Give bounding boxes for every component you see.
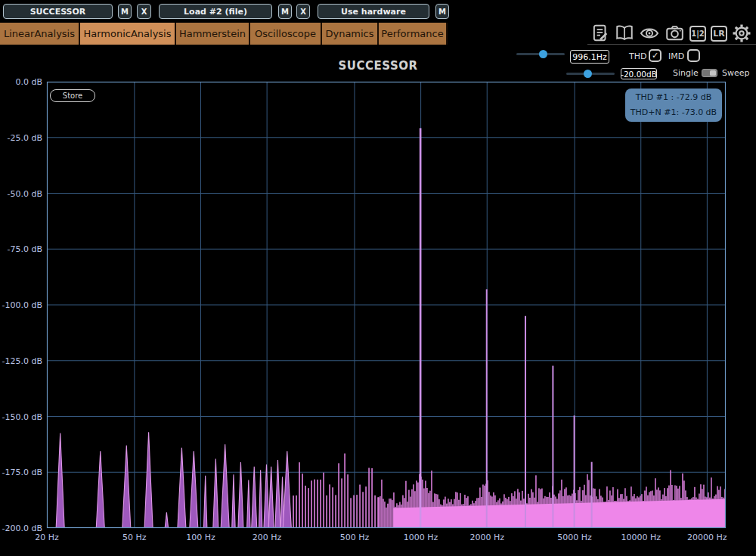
- svg-text:5000 Hz: 5000 Hz: [557, 533, 592, 542]
- eye-icon[interactable]: [639, 23, 660, 43]
- preset-slot1-close-button[interactable]: X: [137, 4, 151, 19]
- svg-text:-100.0 dB: -100.0 dB: [2, 300, 43, 310]
- sweep-mode-label: Sweep: [722, 69, 750, 78]
- level-slider-thumb[interactable]: [584, 70, 592, 78]
- tab-performance[interactable]: Performance: [379, 23, 448, 45]
- imd-label: IMD: [668, 52, 684, 61]
- svg-text:-150.0 dB: -150.0 dB: [2, 412, 43, 422]
- settings-gear-icon[interactable]: [732, 23, 751, 43]
- svg-text:50 Hz: 50 Hz: [122, 533, 147, 542]
- toggle-knob-icon: [710, 70, 716, 76]
- svg-text:-25.0 dB: -25.0 dB: [8, 133, 43, 143]
- check-icon: ✓: [652, 51, 658, 60]
- screenshot-camera-icon[interactable]: [665, 23, 685, 43]
- spectrum-series: [56, 128, 726, 528]
- svg-text:10000 Hz: 10000 Hz: [621, 533, 661, 542]
- svg-text:2000 Hz: 2000 Hz: [469, 533, 504, 542]
- svg-text:-175.0 dB: -175.0 dB: [2, 467, 43, 477]
- svg-text:20000 Hz: 20000 Hz: [687, 533, 727, 542]
- channel-lr-toggle-icon[interactable]: LR: [711, 26, 727, 42]
- frequency-slider[interactable]: [516, 53, 565, 55]
- toolbar-icon-strip: 1|2 LR: [587, 23, 756, 45]
- thd-label: THD: [629, 52, 646, 61]
- svg-text:500 Hz: 500 Hz: [340, 533, 370, 542]
- plot-border: [48, 82, 726, 528]
- imd-checkbox[interactable]: ✓: [687, 49, 700, 62]
- frequency-value-field[interactable]: 996.1Hz: [570, 50, 609, 64]
- thd-readout-line1: THD #1 : -72.9 dB: [625, 90, 722, 105]
- thd-readout-line2: THD+N #1: -73.0 dB: [625, 105, 722, 120]
- manual-book-icon[interactable]: [615, 23, 634, 43]
- tab-harmonic-analysis[interactable]: HarmonicAnalysis: [80, 23, 176, 45]
- notes-icon[interactable]: [590, 23, 610, 43]
- thd-readout-box: THD #1 : -72.9 dB THD+N #1: -73.0 dB: [625, 89, 722, 122]
- plugin-doctor-window: 0.0 dB-25.0 dB-50.0 dB-75.0 dB-100.0 dB-…: [0, 0, 756, 556]
- preset-slot2-button[interactable]: Load #2 (file): [159, 4, 272, 19]
- tab-hammerstein[interactable]: Hammerstein: [176, 23, 250, 45]
- tab-linear-analysis[interactable]: LinearAnalysis: [0, 23, 80, 45]
- svg-text:-75.0 dB: -75.0 dB: [8, 244, 43, 254]
- frequency-slider-thumb[interactable]: [539, 50, 547, 58]
- svg-text:200 Hz: 200 Hz: [253, 533, 282, 542]
- tab-bar: LinearAnalysis HarmonicAnalysis Hammerst…: [0, 23, 756, 45]
- grid-lines: [47, 82, 726, 528]
- preset-slot2-close-button[interactable]: X: [296, 4, 310, 19]
- store-button[interactable]: Store: [50, 89, 95, 102]
- svg-text:100 Hz: 100 Hz: [186, 533, 215, 542]
- preset-slot2-mute-button[interactable]: M: [278, 4, 292, 19]
- single-mode-label: Single: [673, 69, 699, 78]
- thd-checkbox[interactable]: ✓: [649, 49, 662, 62]
- svg-text:20 Hz: 20 Hz: [35, 533, 59, 542]
- harmonic-spectrum-plot[interactable]: 0.0 dB-25.0 dB-50.0 dB-75.0 dB-100.0 dB-…: [0, 0, 756, 556]
- axis-labels: 0.0 dB-25.0 dB-50.0 dB-75.0 dB-100.0 dB-…: [2, 77, 727, 542]
- tab-oscilloscope[interactable]: Oscilloscope: [250, 23, 322, 45]
- svg-text:0.0 dB: 0.0 dB: [15, 77, 42, 87]
- channel-12-toggle-icon[interactable]: 1|2: [689, 26, 706, 42]
- preset-slot3-mute-button[interactable]: M: [435, 4, 449, 19]
- preset-slot3-button[interactable]: Use hardware: [318, 4, 429, 19]
- svg-text:-200.0 dB: -200.0 dB: [2, 523, 43, 533]
- tab-dynamics[interactable]: Dynamics: [322, 23, 379, 45]
- preset-slot1-button[interactable]: SUCCESSOR: [3, 4, 113, 19]
- level-value-field[interactable]: -20.00dB: [621, 68, 657, 79]
- level-slider[interactable]: [566, 73, 615, 75]
- svg-text:-125.0 dB: -125.0 dB: [2, 356, 43, 366]
- single-sweep-toggle[interactable]: [702, 69, 717, 77]
- svg-text:1000 Hz: 1000 Hz: [404, 533, 438, 542]
- svg-text:-50.0 dB: -50.0 dB: [8, 189, 43, 199]
- preset-slot1-mute-button[interactable]: M: [118, 4, 132, 19]
